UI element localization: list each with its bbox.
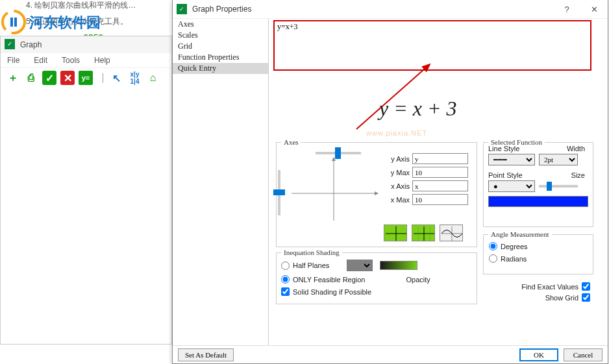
sidebar-item-axes[interactable]: Axes: [173, 19, 268, 30]
site-logo: 河东软件园 www.pc0359.cn: [0, 10, 172, 36]
thumb-1[interactable]: [384, 224, 407, 241]
degrees-label: Degrees: [501, 243, 528, 250]
width-label: Width: [567, 145, 585, 152]
sidebar-item-quick-entry[interactable]: Quick Entry: [173, 63, 268, 74]
y-slider[interactable]: [316, 152, 361, 154]
graph-properties-dialog: ✓ Graph Properties ? ✕ Axes Scales Grid …: [172, 0, 608, 364]
show-grid-checkbox[interactable]: [582, 293, 590, 302]
dialog-icon: ✓: [177, 4, 187, 14]
table-icon[interactable]: x|y1|4: [128, 71, 142, 85]
only-feasible-radio[interactable]: [281, 275, 290, 284]
yaxis-label: y Axis: [384, 155, 410, 163]
size-label: Size: [571, 171, 585, 179]
site-name: 河东软件园: [29, 13, 101, 32]
menu-tools[interactable]: Tools: [62, 56, 80, 65]
point-style-label: Point Style: [488, 171, 523, 179]
radians-label: Radians: [501, 255, 527, 263]
width-select[interactable]: 2pt: [539, 154, 578, 165]
axes-group: Axes y Axis y Max x Axis x Max: [276, 142, 477, 247]
opacity-slider[interactable]: [380, 261, 417, 270]
half-planes-label: Half Planes: [293, 261, 329, 269]
ok-button[interactable]: OK: [519, 348, 558, 361]
xaxis-input[interactable]: [412, 180, 468, 191]
show-grid-label: Show Grid: [545, 294, 578, 302]
point-style-select[interactable]: ●: [488, 180, 535, 192]
graph-app-window: ✓ Graph File Edit Tools Help ＋ ⎙ ✓ ✕ y= …: [0, 36, 172, 345]
close-button[interactable]: ✕: [580, 0, 608, 19]
yaxis-input[interactable]: [412, 153, 468, 164]
xmax-input[interactable]: [412, 194, 468, 205]
x-slider[interactable]: [278, 170, 280, 215]
main-content: y = x + 3 www.piaxia.NET Axes y Axis y M…: [269, 19, 608, 346]
app-icon: ✓: [5, 39, 15, 49]
mini-plot: [282, 156, 386, 221]
home-icon[interactable]: ⌂: [146, 71, 160, 85]
half-planes-radio[interactable]: [281, 261, 290, 270]
check-icon[interactable]: ✓: [42, 71, 56, 85]
angle-title: Angle Measurement: [488, 230, 552, 238]
app-title: Graph: [20, 40, 42, 49]
line-style-select[interactable]: ━━━: [488, 154, 535, 165]
angle-group: Angle Measurement Degrees Radians: [483, 234, 593, 274]
svg-point-0: [3, 11, 25, 33]
selected-function-group: Selected Function Line StyleWidth ━━━ 2p…: [483, 142, 593, 227]
dialog-titlebar: ✓ Graph Properties ? ✕: [173, 0, 608, 19]
axes-group-title: Axes: [281, 138, 301, 146]
toolbar: ＋ ⎙ ✓ ✕ y= │ ↖ x|y1|4 ⌂: [1, 67, 171, 88]
degrees-radio[interactable]: [489, 242, 497, 250]
sidebar-item-scales[interactable]: Scales: [173, 30, 268, 41]
inequation-group: Inequation Shading Half Planes ONLY Feas…: [276, 252, 477, 304]
yeq-button[interactable]: y=: [79, 71, 93, 85]
quick-entry-box[interactable]: [273, 20, 591, 71]
menu-file[interactable]: File: [7, 56, 19, 65]
ymax-label: y Max: [384, 169, 410, 176]
equation-display: y = x + 3: [379, 97, 457, 121]
sidebar: Axes Scales Grid Function Properties Qui…: [173, 19, 269, 346]
cancel-button[interactable]: Cancel: [564, 348, 603, 361]
quick-entry-input[interactable]: [277, 22, 316, 32]
thumb-3[interactable]: [440, 224, 463, 241]
menu-bar: File Edit Tools Help: [1, 53, 171, 67]
watermark: www.piaxia.NET: [366, 129, 427, 137]
size-slider[interactable]: [539, 185, 578, 188]
svg-rect-2: [14, 18, 17, 27]
ymax-input[interactable]: [412, 167, 468, 178]
cross-icon[interactable]: ✕: [60, 71, 75, 85]
axis-inputs: y Axis y Max x Axis x Max: [384, 153, 468, 208]
selfunc-title: Selected Function: [488, 138, 545, 146]
only-feasible-label: ONLY Feasible Region: [293, 276, 366, 284]
find-exact-checkbox[interactable]: [582, 282, 590, 291]
axes-thumbnails: [384, 224, 463, 241]
shade-color-select[interactable]: [347, 260, 373, 271]
sidebar-item-grid[interactable]: Grid: [173, 41, 268, 52]
print-icon[interactable]: ⎙: [24, 71, 38, 85]
help-button[interactable]: ?: [553, 0, 580, 19]
cursor-icon[interactable]: ↖: [110, 71, 124, 85]
menu-edit[interactable]: Edit: [34, 56, 47, 65]
dialog-title: Graph Properties: [192, 5, 553, 14]
solid-shading-checkbox[interactable]: [281, 287, 290, 296]
opacity-label: Opacity: [406, 276, 430, 284]
add-icon[interactable]: ＋: [6, 71, 20, 85]
set-default-button[interactable]: Set As Default: [178, 348, 234, 361]
find-exact-label: Find Exact Values: [521, 283, 578, 291]
radians-radio[interactable]: [489, 254, 497, 263]
misc-checks: Find Exact Values Show Grid: [483, 281, 593, 303]
thumb-2[interactable]: [412, 224, 435, 241]
color-picker[interactable]: [488, 196, 588, 207]
dialog-footer: Set As Default OK Cancel: [173, 345, 608, 363]
solid-shading-label: Solid Shading if Possible: [293, 288, 371, 296]
xmax-label: x Max: [384, 196, 410, 204]
menu-help[interactable]: Help: [94, 56, 110, 65]
svg-rect-1: [10, 18, 13, 27]
xaxis-label: x Axis: [384, 182, 410, 190]
sidebar-item-function-properties[interactable]: Function Properties: [173, 52, 268, 63]
ineq-title: Inequation Shading: [281, 249, 342, 256]
app-titlebar: ✓ Graph: [1, 36, 171, 53]
